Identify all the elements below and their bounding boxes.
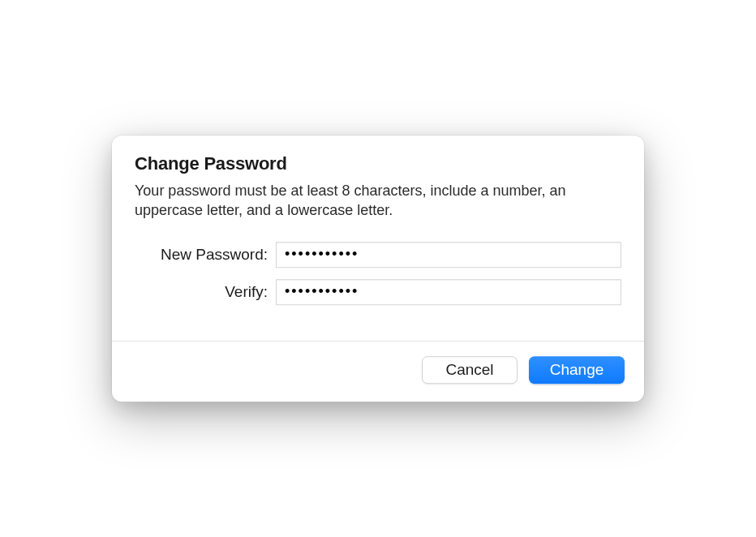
verify-password-input[interactable] (276, 279, 621, 305)
change-button[interactable]: Change (529, 356, 625, 384)
dialog-subtitle: Your password must be at least 8 charact… (135, 181, 621, 221)
new-password-label: New Password: (135, 246, 276, 264)
dialog-footer: Cancel Change (112, 341, 644, 402)
change-password-dialog: Change Password Your password must be at… (112, 135, 644, 402)
verify-password-label: Verify: (135, 283, 276, 301)
new-password-row: New Password: (135, 242, 621, 268)
dialog-title: Change Password (135, 153, 621, 174)
new-password-input[interactable] (276, 242, 621, 268)
dialog-body: Change Password Your password must be at… (112, 135, 644, 341)
verify-password-row: Verify: (135, 279, 621, 305)
cancel-button[interactable]: Cancel (422, 356, 518, 384)
